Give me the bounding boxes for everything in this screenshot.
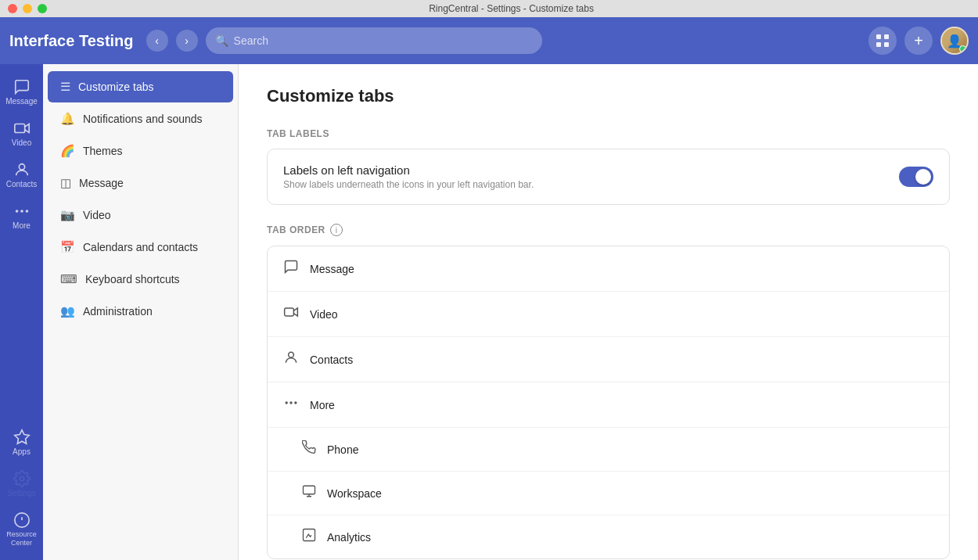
more-tab-icon [283, 395, 299, 415]
workspace-tab-icon [302, 484, 316, 502]
svg-point-9 [20, 477, 24, 482]
settings-nav-item-notifications[interactable]: 🔔 Notifications and sounds [48, 103, 233, 135]
toggle-knob [915, 169, 931, 185]
video-settings-icon: 📷 [60, 208, 75, 222]
settings-icon [13, 470, 31, 487]
sidebar-item-apps[interactable]: Apps [2, 422, 41, 462]
minimize-button[interactable] [23, 4, 32, 13]
avatar[interactable]: 👤 [940, 27, 969, 55]
svg-rect-1 [884, 34, 889, 39]
content-area: Customize tabs Tab labels Labels on left… [239, 64, 978, 560]
close-button[interactable] [8, 4, 17, 13]
labels-toggle[interactable] [899, 167, 933, 187]
svg-rect-0 [876, 34, 881, 39]
svg-point-7 [20, 210, 23, 213]
svg-point-15 [294, 401, 297, 404]
online-status-dot [959, 45, 966, 52]
app-title: Interface Testing [9, 32, 134, 50]
sidebar-item-settings[interactable]: Settings [2, 464, 41, 504]
header-actions: + 👤 [868, 27, 969, 55]
settings-nav-item-message[interactable]: ◫ Message [48, 167, 233, 199]
apps-icon [13, 429, 31, 446]
tab-labels-card: Labels on left navigation Show labels un… [267, 149, 950, 205]
left-sidebar: Message Video Contacts More [0, 64, 43, 560]
tab-order-row-phone[interactable]: Phone [268, 428, 949, 472]
sidebar-item-resource-center[interactable]: ResourceCenter [2, 505, 41, 554]
svg-rect-4 [14, 124, 24, 133]
tab-order-row-message[interactable]: Message [268, 246, 949, 292]
sidebar-item-video[interactable]: Video [2, 113, 41, 153]
settings-nav-item-customize-tabs[interactable]: ☰ Customize tabs [48, 71, 233, 102]
settings-nav-item-themes[interactable]: 🌈 Themes [48, 135, 233, 167]
svg-rect-3 [884, 42, 889, 47]
tab-order-section-header: Tab order [267, 224, 325, 235]
sidebar-item-contacts[interactable]: Contacts [2, 155, 41, 195]
tab-order-row-analytics[interactable]: Analytics [268, 515, 949, 558]
tab-order-row-workspace[interactable]: Workspace [268, 472, 949, 515]
search-input[interactable] [234, 34, 533, 47]
svg-rect-11 [285, 308, 294, 316]
notifications-icon: 🔔 [60, 112, 75, 126]
tab-order-row-more[interactable]: More [268, 382, 949, 428]
fullscreen-button[interactable] [38, 4, 47, 13]
grid-icon-button[interactable] [868, 27, 897, 55]
video-tab-icon [283, 304, 299, 324]
contacts-icon [13, 161, 31, 178]
settings-nav-item-keyboard[interactable]: ⌨ Keyboard shortcuts [48, 264, 233, 295]
settings-nav-item-video[interactable]: 📷 Video [48, 199, 233, 231]
tab-order-info-icon[interactable]: i [330, 224, 343, 236]
analytics-tab-icon [302, 528, 316, 546]
tab-order-row-contacts[interactable]: Contacts [268, 337, 949, 382]
contacts-tab-icon [283, 350, 299, 369]
video-icon [13, 120, 31, 137]
resource-center-icon [13, 512, 31, 529]
page-title: Customize tabs [267, 86, 950, 106]
svg-point-8 [25, 210, 28, 213]
back-button[interactable]: ‹ [146, 30, 168, 52]
sidebar-item-more[interactable]: More [2, 196, 41, 236]
themes-icon: 🌈 [60, 144, 75, 158]
labels-on-left-nav-row: Labels on left navigation Show labels un… [268, 149, 949, 204]
tab-order-row-video[interactable]: Video [268, 292, 949, 337]
grid-icon [876, 34, 890, 48]
forward-button[interactable]: › [176, 30, 198, 52]
settings-nav-item-calendars[interactable]: 📅 Calendars and contacts [48, 232, 233, 263]
header: Interface Testing ‹ › 🔍 + 👤 [0, 17, 978, 64]
search-icon: 🔍 [215, 34, 228, 47]
more-icon [13, 203, 31, 220]
toggle-label-text: Labels on left navigation [283, 163, 899, 177]
tab-labels-section-header: Tab labels [267, 128, 950, 139]
main-layout: Message Video Contacts More [0, 64, 978, 560]
phone-tab-icon [302, 440, 316, 458]
svg-point-12 [289, 352, 294, 357]
search-bar[interactable]: 🔍 [206, 27, 542, 54]
settings-nav-item-administration[interactable]: 👥 Administration [48, 296, 233, 327]
message-icon [13, 78, 31, 95]
tab-order-list: Message Video [267, 246, 950, 559]
svg-point-5 [19, 164, 24, 170]
keyboard-icon: ⌨ [60, 272, 77, 286]
window-title: RingCentral - Settings - Customize tabs [52, 3, 970, 14]
svg-point-13 [286, 401, 288, 404]
svg-point-14 [289, 401, 292, 404]
administration-icon: 👥 [60, 304, 75, 318]
calendars-icon: 📅 [60, 240, 75, 254]
customize-tabs-icon: ☰ [60, 80, 70, 94]
message-tab-icon [283, 259, 299, 278]
add-button[interactable]: + [904, 27, 933, 55]
sidebar-item-message[interactable]: Message [2, 72, 41, 112]
toggle-sub-text: Show labels underneath the icons in your… [283, 179, 899, 190]
svg-point-6 [15, 210, 18, 213]
message-settings-icon: ◫ [60, 176, 71, 190]
settings-nav: ☰ Customize tabs 🔔 Notifications and sou… [43, 64, 239, 560]
svg-rect-16 [304, 486, 315, 494]
svg-rect-2 [876, 42, 881, 47]
titlebar: RingCentral - Settings - Customize tabs [0, 0, 978, 17]
